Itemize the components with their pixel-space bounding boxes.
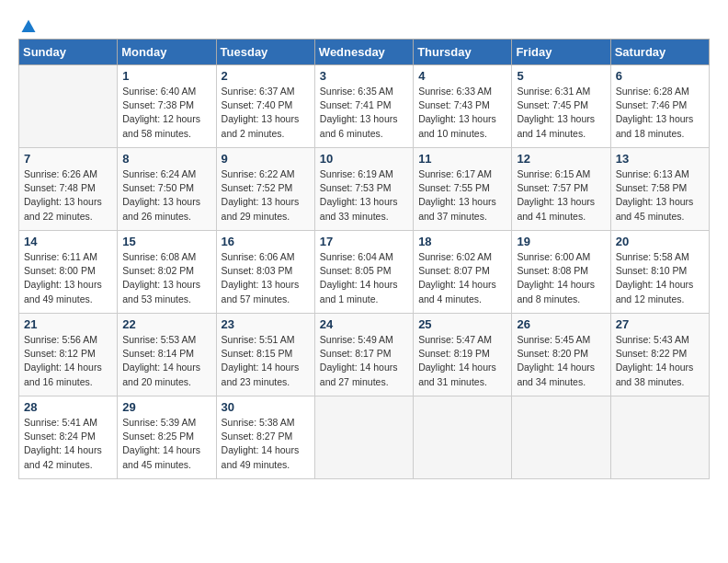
day-info: Sunrise: 5:45 AMSunset: 8:20 PMDaylight:… [517, 333, 605, 389]
day-number: 3 [320, 69, 408, 83]
day-number: 29 [122, 400, 210, 414]
day-info: Sunrise: 5:56 AMSunset: 8:12 PMDaylight:… [24, 333, 112, 389]
calendar-cell: 20Sunrise: 5:58 AMSunset: 8:10 PMDayligh… [610, 231, 709, 314]
calendar-cell [19, 65, 118, 148]
day-number: 8 [122, 152, 210, 166]
day-number: 7 [24, 152, 112, 166]
calendar-cell: 12Sunrise: 6:15 AMSunset: 7:57 PMDayligh… [512, 148, 610, 231]
day-info: Sunrise: 5:58 AMSunset: 8:10 PMDaylight:… [616, 250, 704, 306]
day-info: Sunrise: 5:49 AMSunset: 8:17 PMDaylight:… [320, 333, 408, 389]
day-info: Sunrise: 5:51 AMSunset: 8:15 PMDaylight:… [222, 333, 310, 389]
calendar-cell: 6Sunrise: 6:28 AMSunset: 7:46 PMDaylight… [610, 65, 709, 148]
page-header [18, 18, 710, 31]
calendar-cell [314, 396, 413, 479]
logo [18, 18, 37, 31]
day-info: Sunrise: 6:17 AMSunset: 7:55 PMDaylight:… [418, 167, 506, 224]
day-info: Sunrise: 6:24 AMSunset: 7:50 PMDaylight:… [122, 167, 210, 224]
calendar-cell: 13Sunrise: 6:13 AMSunset: 7:58 PMDayligh… [610, 148, 709, 231]
day-number: 19 [517, 235, 605, 248]
header-thursday: Thursday [414, 40, 512, 65]
day-info: Sunrise: 6:15 AMSunset: 7:57 PMDaylight:… [517, 167, 605, 224]
day-number: 4 [418, 69, 506, 83]
calendar-cell: 18Sunrise: 6:02 AMSunset: 8:07 PMDayligh… [414, 231, 512, 314]
calendar-cell: 24Sunrise: 5:49 AMSunset: 8:17 PMDayligh… [314, 314, 413, 396]
calendar-cell: 1Sunrise: 6:40 AMSunset: 7:38 PMDaylight… [118, 65, 216, 148]
day-number: 6 [616, 69, 704, 83]
day-info: Sunrise: 5:38 AMSunset: 8:27 PMDaylight:… [222, 416, 310, 472]
day-number: 13 [616, 152, 704, 166]
day-info: Sunrise: 6:19 AMSunset: 7:53 PMDaylight:… [320, 167, 408, 224]
week-row-0: 1Sunrise: 6:40 AMSunset: 7:38 PMDaylight… [19, 65, 710, 148]
day-info: Sunrise: 5:43 AMSunset: 8:22 PMDaylight:… [616, 333, 704, 389]
day-info: Sunrise: 6:35 AMSunset: 7:41 PMDaylight:… [320, 85, 408, 141]
week-row-4: 28Sunrise: 5:41 AMSunset: 8:24 PMDayligh… [19, 396, 710, 479]
day-number: 11 [418, 152, 506, 166]
day-number: 12 [517, 152, 605, 166]
calendar-cell: 29Sunrise: 5:39 AMSunset: 8:25 PMDayligh… [118, 396, 216, 479]
day-number: 22 [122, 317, 210, 331]
logo-icon [20, 18, 37, 35]
day-number: 30 [222, 400, 310, 414]
calendar-cell: 21Sunrise: 5:56 AMSunset: 8:12 PMDayligh… [19, 314, 118, 396]
calendar-cell: 16Sunrise: 6:06 AMSunset: 8:03 PMDayligh… [216, 231, 314, 314]
calendar-cell: 7Sunrise: 6:26 AMSunset: 7:48 PMDaylight… [19, 148, 118, 231]
day-number: 5 [517, 69, 605, 83]
day-number: 15 [122, 235, 210, 248]
day-number: 10 [320, 152, 408, 166]
calendar-cell: 15Sunrise: 6:08 AMSunset: 8:02 PMDayligh… [118, 231, 216, 314]
calendar-cell: 14Sunrise: 6:11 AMSunset: 8:00 PMDayligh… [19, 231, 118, 314]
day-info: Sunrise: 5:47 AMSunset: 8:19 PMDaylight:… [418, 333, 506, 389]
day-number: 17 [320, 235, 408, 248]
header-friday: Friday [512, 40, 610, 65]
day-info: Sunrise: 6:33 AMSunset: 7:43 PMDaylight:… [418, 85, 506, 141]
calendar-cell: 28Sunrise: 5:41 AMSunset: 8:24 PMDayligh… [19, 396, 118, 479]
calendar-cell [610, 396, 709, 479]
calendar-cell: 9Sunrise: 6:22 AMSunset: 7:52 PMDaylight… [216, 148, 314, 231]
day-number: 9 [222, 152, 310, 166]
day-info: Sunrise: 6:00 AMSunset: 8:08 PMDaylight:… [517, 250, 605, 306]
day-info: Sunrise: 6:08 AMSunset: 8:02 PMDaylight:… [122, 250, 210, 306]
day-number: 2 [222, 69, 310, 83]
day-info: Sunrise: 6:37 AMSunset: 7:40 PMDaylight:… [222, 85, 310, 141]
day-info: Sunrise: 6:06 AMSunset: 8:03 PMDaylight:… [222, 250, 310, 306]
header-tuesday: Tuesday [216, 40, 314, 65]
day-number: 20 [616, 235, 704, 248]
day-info: Sunrise: 6:31 AMSunset: 7:45 PMDaylight:… [517, 85, 605, 141]
day-info: Sunrise: 5:53 AMSunset: 8:14 PMDaylight:… [122, 333, 210, 389]
calendar-cell [512, 396, 610, 479]
day-number: 18 [418, 235, 506, 248]
day-info: Sunrise: 6:11 AMSunset: 8:00 PMDaylight:… [24, 250, 112, 306]
day-info: Sunrise: 6:02 AMSunset: 8:07 PMDaylight:… [418, 250, 506, 306]
day-info: Sunrise: 6:28 AMSunset: 7:46 PMDaylight:… [616, 85, 704, 141]
header-saturday: Saturday [610, 40, 709, 65]
calendar-cell [414, 396, 512, 479]
day-info: Sunrise: 6:13 AMSunset: 7:58 PMDaylight:… [616, 167, 704, 224]
calendar-table: SundayMondayTuesdayWednesdayThursdayFrid… [18, 39, 710, 479]
calendar-cell: 19Sunrise: 6:00 AMSunset: 8:08 PMDayligh… [512, 231, 610, 314]
day-number: 1 [122, 69, 210, 83]
header-sunday: Sunday [19, 40, 118, 65]
week-row-3: 21Sunrise: 5:56 AMSunset: 8:12 PMDayligh… [19, 314, 710, 396]
day-info: Sunrise: 6:04 AMSunset: 8:05 PMDaylight:… [320, 250, 408, 306]
calendar-cell: 25Sunrise: 5:47 AMSunset: 8:19 PMDayligh… [414, 314, 512, 396]
day-info: Sunrise: 6:40 AMSunset: 7:38 PMDaylight:… [122, 85, 210, 141]
day-number: 21 [24, 317, 112, 331]
calendar-cell: 27Sunrise: 5:43 AMSunset: 8:22 PMDayligh… [610, 314, 709, 396]
header-row: SundayMondayTuesdayWednesdayThursdayFrid… [19, 40, 710, 65]
day-number: 28 [24, 400, 112, 414]
calendar-cell: 2Sunrise: 6:37 AMSunset: 7:40 PMDaylight… [216, 65, 314, 148]
header-wednesday: Wednesday [314, 40, 413, 65]
day-number: 23 [222, 317, 310, 331]
calendar-cell: 26Sunrise: 5:45 AMSunset: 8:20 PMDayligh… [512, 314, 610, 396]
svg-marker-0 [22, 20, 36, 33]
calendar-cell: 10Sunrise: 6:19 AMSunset: 7:53 PMDayligh… [314, 148, 413, 231]
day-number: 25 [418, 317, 506, 331]
calendar-cell: 11Sunrise: 6:17 AMSunset: 7:55 PMDayligh… [414, 148, 512, 231]
day-number: 24 [320, 317, 408, 331]
calendar-cell: 3Sunrise: 6:35 AMSunset: 7:41 PMDaylight… [314, 65, 413, 148]
calendar-cell: 4Sunrise: 6:33 AMSunset: 7:43 PMDaylight… [414, 65, 512, 148]
day-number: 14 [24, 235, 112, 248]
day-info: Sunrise: 6:26 AMSunset: 7:48 PMDaylight:… [24, 167, 112, 224]
calendar-cell: 22Sunrise: 5:53 AMSunset: 8:14 PMDayligh… [118, 314, 216, 396]
calendar-cell: 8Sunrise: 6:24 AMSunset: 7:50 PMDaylight… [118, 148, 216, 231]
